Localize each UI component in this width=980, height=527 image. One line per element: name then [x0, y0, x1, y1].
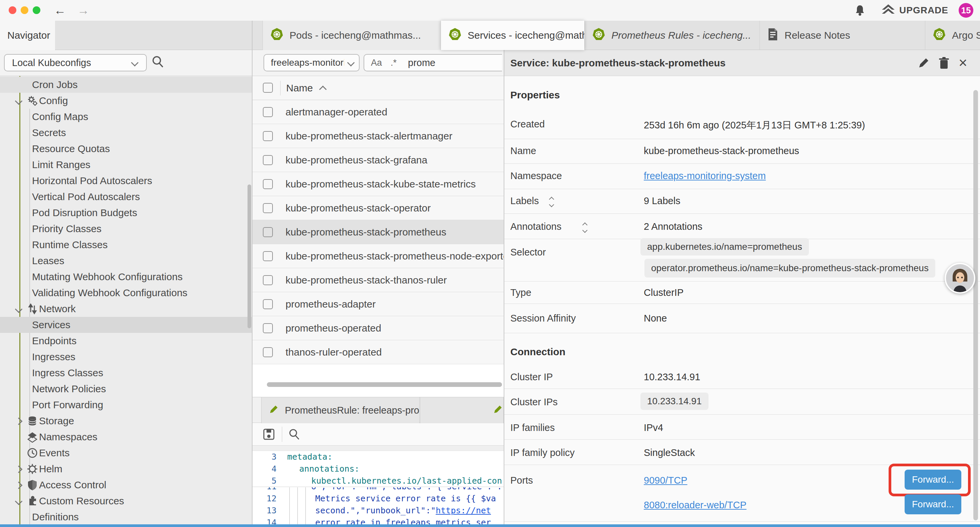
window-minimize-traffic-light[interactable] — [21, 6, 29, 14]
sidebar-item-storage[interactable]: Storage — [0, 413, 252, 429]
tab-services[interactable]: Services - icecheng@math... × — [441, 21, 584, 50]
sidebar-item-vertical-pod-autoscalers[interactable]: Vertical Pod Autoscalers — [0, 189, 252, 205]
sidebar-item-config[interactable]: Config — [0, 93, 252, 109]
sidebar-item-access-control[interactable]: Access Control — [0, 477, 252, 493]
kubeconfig-selector[interactable]: Local Kubeconfigs — [4, 54, 147, 72]
row-checkbox[interactable] — [263, 131, 273, 141]
navigator-tab[interactable]: Navigator — [0, 21, 55, 50]
table-row[interactable]: kube-prometheus-stack-alertmanager — [253, 124, 504, 148]
match-case-icon[interactable]: Aa — [371, 58, 382, 68]
editor-tab-prometheusrule[interactable]: PrometheusRule: freeleaps-prod-rabbitmq — [261, 397, 420, 423]
sidebar-item-services[interactable]: Services — [0, 317, 252, 333]
table-row-selected[interactable]: kube-prometheus-stack-prometheus — [253, 220, 504, 244]
tab-pods[interactable]: Pods - icecheng@mathmas... — [262, 21, 441, 50]
sidebar-item-definitions[interactable]: Definitions — [0, 509, 252, 524]
row-checkbox[interactable] — [263, 155, 273, 165]
sidebar-item-resource-quotas[interactable]: Resource Quotas — [0, 141, 252, 157]
filter-value: prome — [408, 57, 435, 68]
sidebar-item-endpoints[interactable]: Endpoints — [0, 333, 252, 349]
editor-line: 4 annotations: — [253, 463, 504, 475]
sidebar-item-validating-webhook-configurations[interactable]: Validating Webhook Configurations — [0, 285, 252, 301]
delete-icon[interactable] — [938, 57, 950, 71]
sidebar-item-cron-jobs[interactable]: Cron Jobs — [0, 77, 252, 93]
regex-icon[interactable]: .* — [391, 58, 396, 68]
sidebar-item-events[interactable]: Events — [0, 445, 252, 461]
upgrade-label[interactable]: UPGRADE — [899, 0, 948, 21]
back-icon[interactable]: ← — [54, 0, 66, 21]
row-checkbox[interactable] — [263, 347, 273, 357]
sort-updown-icon[interactable] — [583, 223, 587, 232]
table-row[interactable]: kube-prometheus-stack-grafana — [253, 148, 504, 172]
sidebar-item-helm[interactable]: Helm — [0, 461, 252, 477]
table-row[interactable]: prometheus-adapter — [253, 292, 504, 316]
sidebar-item-network-policies[interactable]: Network Policies — [0, 381, 252, 397]
sidebar-scrollbar[interactable] — [248, 185, 251, 328]
runbook-link[interactable]: https://net — [436, 506, 491, 515]
sidebar-item-horizontal-pod-autoscalers[interactable]: Horizontal Pod Autoscalers — [0, 173, 252, 189]
filter-input[interactable]: Aa .* prome — [364, 54, 502, 72]
sidebar-item-namespaces[interactable]: Namespaces — [0, 429, 252, 445]
sidebar-item-config-maps[interactable]: Config Maps — [0, 109, 252, 125]
sidebar-item-runtime-classes[interactable]: Runtime Classes — [0, 237, 252, 253]
pencil-icon — [493, 404, 503, 417]
forward-icon[interactable]: → — [77, 0, 89, 21]
forward-button[interactable]: Forward... — [905, 494, 961, 514]
chevron-right-icon — [15, 466, 23, 473]
row-checkbox[interactable] — [263, 251, 273, 261]
table-row[interactable]: alertmanager-operated — [253, 100, 504, 124]
notification-badge[interactable]: 15 — [959, 3, 973, 18]
horizontal-scrollbar[interactable] — [267, 382, 502, 387]
search-icon[interactable] — [151, 55, 165, 70]
prop-label: Name — [510, 145, 536, 156]
row-checkbox[interactable] — [263, 299, 273, 309]
sort-asc-icon[interactable] — [319, 86, 327, 93]
select-all-checkbox[interactable] — [263, 83, 273, 93]
tab-prometheus-rules[interactable]: Prometheus Rules - icecheng... — [584, 21, 759, 50]
table-row[interactable]: thanos-ruler-operated — [253, 340, 504, 364]
window-close-traffic-light[interactable] — [9, 6, 16, 14]
namespace-link[interactable]: freeleaps-monitoring-system — [644, 170, 766, 182]
prop-value: None — [644, 313, 667, 324]
sidebar-item-priority-classes[interactable]: Priority Classes — [0, 221, 252, 237]
window-zoom-traffic-light[interactable] — [33, 6, 40, 14]
tab-release-notes[interactable]: Release Notes — [759, 21, 925, 50]
close-icon[interactable]: × — [959, 53, 967, 73]
selector-label: Selector — [510, 247, 546, 258]
assistant-avatar[interactable] — [945, 263, 975, 293]
sidebar-item-port-forwarding[interactable]: Port Forwarding — [0, 397, 252, 413]
save-icon[interactable] — [262, 428, 275, 442]
upgrade-icon[interactable] — [881, 4, 895, 18]
sidebar-item-network[interactable]: Network — [0, 301, 252, 317]
sort-updown-icon[interactable] — [550, 197, 554, 207]
row-checkbox[interactable] — [263, 107, 273, 117]
row-checkbox[interactable] — [263, 323, 273, 333]
detail-scrollbar[interactable] — [973, 90, 978, 520]
port-link[interactable]: 8080:reloader-web/TCP — [644, 500, 746, 511]
tab-argo[interactable]: Argo Se — [925, 21, 980, 50]
yaml-editor[interactable]: 3 metadata: 4 annotations: 5 kubectl.kub… — [253, 451, 504, 524]
sidebar-item-ingresses[interactable]: Ingresses — [0, 349, 252, 365]
row-checkbox[interactable] — [263, 227, 273, 237]
sidebar-item-secrets[interactable]: Secrets — [0, 125, 252, 141]
table-row[interactable]: kube-prometheus-stack-operator — [253, 196, 504, 220]
name-column-header[interactable]: Name — [286, 76, 313, 100]
row-checkbox[interactable] — [263, 275, 273, 285]
sidebar-item-leases[interactable]: Leases — [0, 253, 252, 269]
editor-tab-partial[interactable] — [420, 397, 504, 423]
port-link[interactable]: 9090/TCP — [644, 475, 687, 486]
table-row[interactable]: kube-prometheus-stack-kube-state-metrics — [253, 172, 504, 196]
table-row[interactable]: kube-prometheus-stack-thanos-ruler — [253, 268, 504, 292]
sidebar-item-limit-ranges[interactable]: Limit Ranges — [0, 157, 252, 173]
bell-icon[interactable] — [854, 4, 866, 18]
sidebar-item-custom-resources[interactable]: Custom Resources — [0, 493, 252, 509]
sidebar-item-pod-disruption-budgets[interactable]: Pod Disruption Budgets — [0, 205, 252, 221]
sidebar-item-ingress-classes[interactable]: Ingress Classes — [0, 365, 252, 381]
edit-icon[interactable] — [917, 57, 930, 71]
table-row[interactable]: kube-prometheus-stack-prometheus-node-ex… — [253, 244, 504, 268]
row-checkbox[interactable] — [263, 203, 273, 213]
row-checkbox[interactable] — [263, 179, 273, 189]
sidebar-item-mutating-webhook-configurations[interactable]: Mutating Webhook Configurations — [0, 269, 252, 285]
namespace-selector[interactable]: freeleaps-monitoring-system — [264, 54, 360, 72]
search-icon[interactable] — [288, 428, 301, 442]
table-row[interactable]: prometheus-operated — [253, 316, 504, 340]
